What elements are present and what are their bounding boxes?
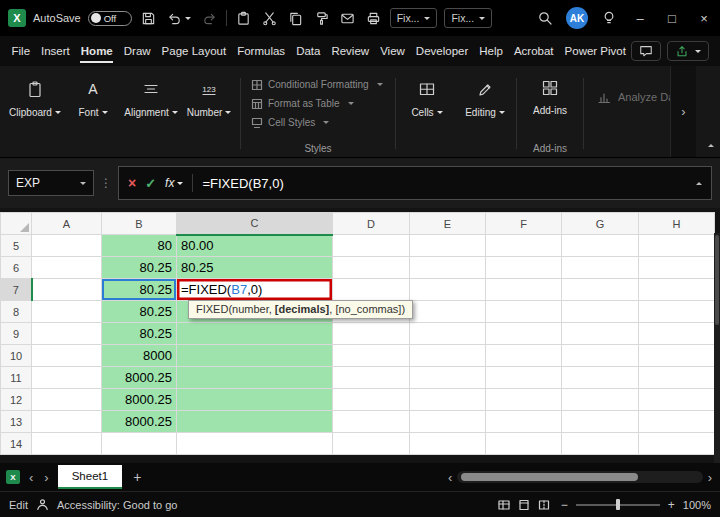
cell-D7[interactable] xyxy=(333,279,410,301)
cell-E12[interactable] xyxy=(410,389,486,411)
cell-G8[interactable] xyxy=(562,301,639,323)
cell-G12[interactable] xyxy=(562,389,639,411)
cell-B6[interactable]: 80.25 xyxy=(102,257,177,279)
menu-tab-review[interactable]: Review xyxy=(326,36,375,66)
row-header-14[interactable]: 14 xyxy=(1,433,32,455)
minimize-button[interactable]: – xyxy=(624,0,656,36)
conditional-formatting-button[interactable]: Conditional Formatting xyxy=(251,75,391,94)
cell-B13[interactable]: 8000.25 xyxy=(102,411,177,433)
name-box[interactable]: EXP xyxy=(8,170,94,196)
cell-A11[interactable] xyxy=(32,367,102,389)
cell-F11[interactable] xyxy=(486,367,562,389)
sheet-nav-left[interactable]: ‹ xyxy=(27,470,35,485)
accessibility-status[interactable]: Accessibility: Good to go xyxy=(57,499,177,511)
column-header-C[interactable]: C xyxy=(177,213,333,235)
cell-C12[interactable] xyxy=(177,389,333,411)
menu-tab-formulas[interactable]: Formulas xyxy=(232,36,291,66)
search-button[interactable] xyxy=(530,0,560,36)
cell-G14[interactable] xyxy=(562,433,639,455)
cell-H12[interactable] xyxy=(639,389,715,411)
cell-D5[interactable] xyxy=(333,235,410,257)
copy-button[interactable] xyxy=(286,9,305,28)
cell-A14[interactable] xyxy=(32,433,102,455)
row-header-5[interactable]: 5 xyxy=(1,235,32,257)
avatar[interactable]: AK xyxy=(566,7,588,29)
cell-E5[interactable] xyxy=(410,235,486,257)
row-header-7[interactable]: 7 xyxy=(1,279,32,301)
formula-text[interactable]: =FIXED(B7,0) xyxy=(202,176,687,191)
vertical-scrollbar[interactable] xyxy=(714,233,720,463)
cut-button[interactable] xyxy=(260,9,279,28)
close-button[interactable]: × xyxy=(688,0,720,36)
format-painter-button[interactable] xyxy=(312,9,331,28)
row-header-12[interactable]: 12 xyxy=(1,389,32,411)
hscroll-left-button[interactable]: ‹ xyxy=(446,470,454,485)
page-break-view-button[interactable] xyxy=(537,498,551,512)
cell-D11[interactable] xyxy=(333,367,410,389)
cell-G13[interactable] xyxy=(562,411,639,433)
cell-F7[interactable] xyxy=(486,279,562,301)
email-button[interactable] xyxy=(338,9,357,28)
cell-B9[interactable]: 80.25 xyxy=(102,323,177,345)
row-header-9[interactable]: 9 xyxy=(1,323,32,345)
cell-A7[interactable] xyxy=(32,279,102,301)
ribbon-group-clipboard[interactable]: Clipboard xyxy=(6,70,64,157)
cancel-button[interactable]: × xyxy=(128,175,136,191)
cell-C6[interactable]: 80.25 xyxy=(177,257,333,279)
zoom-in-button[interactable]: + xyxy=(668,498,675,512)
cell-D14[interactable] xyxy=(333,433,410,455)
cell-A13[interactable] xyxy=(32,411,102,433)
cell-G6[interactable] xyxy=(562,257,639,279)
column-header-E[interactable]: E xyxy=(410,213,486,235)
cell-E13[interactable] xyxy=(410,411,486,433)
menu-tab-power-pivot[interactable]: Power Pivot xyxy=(559,36,631,66)
ribbon-group-number[interactable]: 123 Number xyxy=(180,70,238,157)
cell-D10[interactable] xyxy=(333,345,410,367)
row-header-6[interactable]: 6 xyxy=(1,257,32,279)
paste-button[interactable] xyxy=(234,9,253,28)
row-header-10[interactable]: 10 xyxy=(1,345,32,367)
sheet-nav-right[interactable]: › xyxy=(42,470,50,485)
cell-H14[interactable] xyxy=(639,433,715,455)
quick-access-dropdown-2[interactable]: Fix... xyxy=(444,8,492,28)
cell-H10[interactable] xyxy=(639,345,715,367)
zoom-slider[interactable] xyxy=(576,498,660,512)
cell-B8[interactable]: 80.25 xyxy=(102,301,177,323)
hscroll-right-button[interactable]: › xyxy=(706,470,714,485)
cell-A12[interactable] xyxy=(32,389,102,411)
cell-A9[interactable] xyxy=(32,323,102,345)
cell-A8[interactable] xyxy=(32,301,102,323)
cell-D12[interactable] xyxy=(333,389,410,411)
cell-F10[interactable] xyxy=(486,345,562,367)
cell-C11[interactable] xyxy=(177,367,333,389)
menu-tab-acrobat[interactable]: Acrobat xyxy=(508,36,559,66)
cell-E11[interactable] xyxy=(410,367,486,389)
menu-tab-page-layout[interactable]: Page Layout xyxy=(156,36,232,66)
cell-H6[interactable] xyxy=(639,257,715,279)
undo-button[interactable] xyxy=(165,9,193,28)
slider-thumb[interactable] xyxy=(616,499,620,510)
redo-button[interactable] xyxy=(200,9,219,28)
zoom-out-button[interactable]: − xyxy=(561,498,568,512)
excel-logo-icon[interactable]: X xyxy=(8,9,26,27)
cell-G5[interactable] xyxy=(562,235,639,257)
menu-tab-draw[interactable]: Draw xyxy=(118,36,156,66)
formula-bar-handle[interactable]: ⋮ xyxy=(100,176,112,190)
scrollbar-thumb[interactable] xyxy=(715,235,719,325)
cell-F9[interactable] xyxy=(486,323,562,345)
cell-H5[interactable] xyxy=(639,235,715,257)
menu-tab-file[interactable]: File xyxy=(6,36,36,66)
ribbon-group-font[interactable]: A Font xyxy=(64,70,122,157)
cell-B5[interactable]: 80 xyxy=(102,235,177,257)
cell-B14[interactable] xyxy=(102,433,177,455)
column-header-D[interactable]: D xyxy=(333,213,410,235)
cell-C14[interactable] xyxy=(177,433,333,455)
chevron-down-icon[interactable] xyxy=(80,182,86,185)
insert-function-button[interactable]: fx xyxy=(165,176,183,190)
column-header-F[interactable]: F xyxy=(486,213,562,235)
cell-G9[interactable] xyxy=(562,323,639,345)
zoom-level[interactable]: 100% xyxy=(683,499,711,511)
cell-F5[interactable] xyxy=(486,235,562,257)
cell-E6[interactable] xyxy=(410,257,486,279)
new-sheet-button[interactable]: + xyxy=(129,469,145,485)
